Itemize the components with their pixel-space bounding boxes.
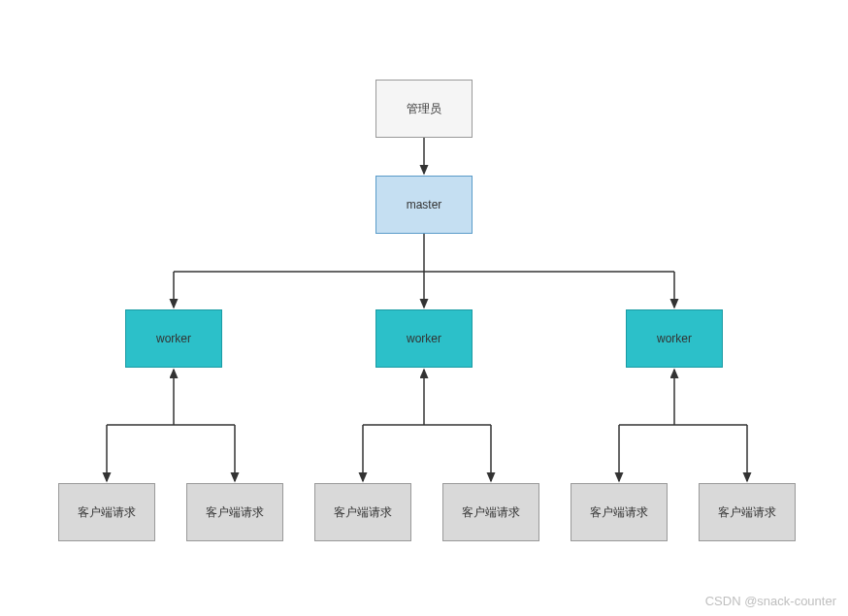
watermark-text: CSDN @snack-counter bbox=[705, 594, 836, 608]
client-label-2: 客户端请求 bbox=[206, 504, 264, 521]
client-node-2: 客户端请求 bbox=[186, 483, 283, 541]
admin-label: 管理员 bbox=[407, 101, 441, 117]
worker-label-1: worker bbox=[156, 332, 191, 345]
master-node: master bbox=[375, 176, 473, 234]
worker-node-3: worker bbox=[626, 309, 723, 368]
admin-node: 管理员 bbox=[375, 80, 473, 138]
client-label-6: 客户端请求 bbox=[718, 504, 776, 521]
worker-node-1: worker bbox=[125, 309, 222, 368]
client-label-4: 客户端请求 bbox=[462, 504, 520, 521]
client-label-3: 客户端请求 bbox=[334, 504, 392, 521]
worker-label-2: worker bbox=[407, 332, 441, 345]
client-node-4: 客户端请求 bbox=[442, 483, 539, 541]
client-node-5: 客户端请求 bbox=[571, 483, 668, 541]
client-node-1: 客户端请求 bbox=[58, 483, 155, 541]
worker-node-2: worker bbox=[375, 309, 473, 368]
client-label-1: 客户端请求 bbox=[78, 504, 136, 521]
client-node-3: 客户端请求 bbox=[314, 483, 411, 541]
worker-label-3: worker bbox=[657, 332, 692, 345]
client-label-5: 客户端请求 bbox=[590, 504, 648, 521]
master-label: master bbox=[407, 198, 442, 211]
client-node-6: 客户端请求 bbox=[699, 483, 796, 541]
